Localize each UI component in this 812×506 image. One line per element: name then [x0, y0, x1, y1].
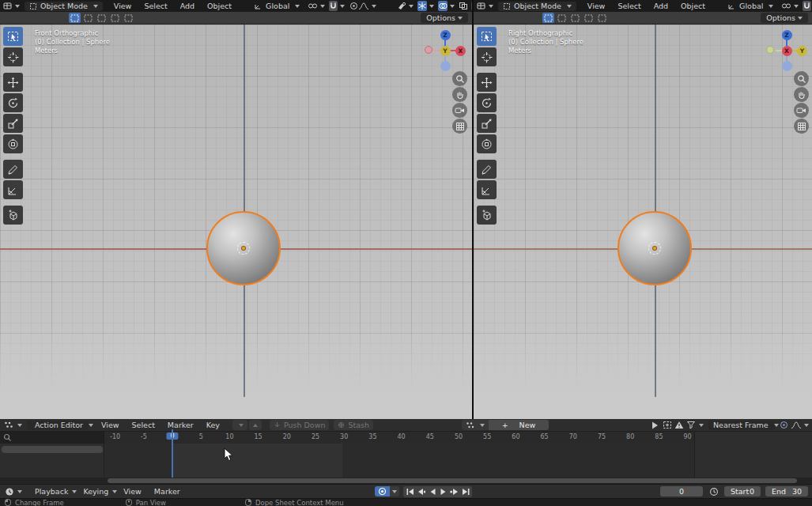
show-gizmo-toggle[interactable]	[417, 1, 427, 11]
ruler-tick[interactable]: -10	[110, 433, 120, 440]
camera-view-button[interactable]	[794, 103, 809, 118]
rotate-tool-button[interactable]	[3, 93, 23, 112]
dopesheet-mode-dropdown[interactable]: Action Editor	[27, 421, 89, 430]
menu-select[interactable]: Select	[138, 2, 173, 10]
editor-type-caret-icon[interactable]	[489, 5, 493, 8]
scale-tool-button[interactable]	[3, 114, 23, 133]
select-set-mode-button[interactable]	[542, 13, 554, 23]
action-browse-dropdown[interactable]	[462, 420, 489, 430]
horizontal-scrollbar-track[interactable]	[0, 478, 812, 484]
auto-keying-caret[interactable]	[390, 486, 399, 497]
jump-to-start-button[interactable]	[406, 487, 414, 497]
orientation-dropdown[interactable]: Global	[723, 2, 778, 11]
menu-object[interactable]: Object	[674, 2, 712, 10]
prev-keyframe-button[interactable]	[417, 487, 425, 497]
snap-magnet-toggle[interactable]	[803, 1, 811, 11]
horizontal-scrollbar-thumb[interactable]	[108, 478, 797, 483]
jump-to-end-button[interactable]	[461, 487, 470, 497]
ds-proportional-editing-icon[interactable]	[778, 420, 790, 430]
navigation-gizmo[interactable]: Z X Y	[425, 30, 466, 71]
gizmo-axis-y[interactable]: Y	[797, 46, 807, 56]
active-tool-caret-icon[interactable]	[409, 5, 414, 8]
ruler-tick[interactable]: 85	[655, 433, 663, 440]
zoom-view-button[interactable]	[794, 71, 809, 86]
playhead-line[interactable]	[172, 429, 173, 478]
camera-view-button[interactable]	[452, 103, 467, 118]
rotate-tool-button[interactable]	[477, 93, 497, 112]
ruler-tick[interactable]: 35	[368, 433, 376, 440]
timeline-ruler[interactable]: -10-505101520253035404550556065707580859…	[104, 432, 812, 444]
select-subtract-mode-button[interactable]	[96, 13, 108, 23]
show-gizmo-caret-icon[interactable]	[429, 5, 434, 8]
ruler-tick[interactable]: 25	[312, 433, 319, 440]
tl-menu-marker[interactable]: Marker	[148, 487, 187, 496]
zoom-view-button[interactable]	[452, 71, 467, 86]
ds-menu-marker[interactable]: Marker	[161, 421, 200, 429]
snap-target-caret-icon[interactable]	[340, 5, 345, 8]
select-invert-mode-button[interactable]	[583, 13, 595, 23]
navigation-gizmo[interactable]: Z Y X	[766, 30, 807, 71]
ds-menu-view[interactable]: View	[95, 421, 126, 429]
ruler-tick[interactable]: 60	[512, 433, 519, 440]
ruler-tick[interactable]: 5	[199, 433, 203, 440]
xray-toggle[interactable]	[459, 1, 468, 11]
snap-magnet-toggle[interactable]	[329, 1, 338, 11]
use-preview-range-clock-icon[interactable]	[708, 486, 719, 497]
ruler-tick[interactable]: 10	[225, 433, 233, 440]
proportional-falloff-icon[interactable]	[358, 1, 369, 11]
action-nav-up-button[interactable]	[249, 420, 262, 430]
select-box-tool-button[interactable]	[3, 27, 23, 46]
show-overlays-toggle[interactable]	[438, 1, 448, 11]
ruler-tick[interactable]: 70	[569, 433, 577, 440]
select-extend-mode-button[interactable]	[82, 13, 94, 23]
next-keyframe-button[interactable]	[450, 487, 459, 497]
filter-caret-icon[interactable]	[699, 424, 704, 427]
menu-view[interactable]: View	[581, 2, 612, 10]
snapping-caret-icon[interactable]	[320, 5, 325, 8]
cursor-tool-button[interactable]	[477, 47, 497, 66]
select-box-tool-button[interactable]	[477, 27, 497, 46]
measure-tool-button[interactable]	[477, 180, 497, 199]
gizmo-axis-z[interactable]: Z	[782, 30, 792, 40]
menu-playback[interactable]: Playback	[28, 487, 70, 496]
action-nav-down-button[interactable]	[232, 420, 247, 430]
push-down-button[interactable]: Push Down	[270, 420, 330, 430]
ds-falloff-caret-icon[interactable]	[804, 424, 809, 427]
select-intersect-mode-button[interactable]	[596, 13, 608, 23]
normalize-frame-icon[interactable]	[661, 420, 673, 430]
menu-view[interactable]: View	[108, 2, 138, 10]
gizmo-axis-z-neg[interactable]	[440, 61, 451, 71]
options-button[interactable]: Options	[761, 13, 808, 23]
viewport-canvas-front[interactable]: Front Orthographic (0) Collection | Sphe…	[0, 25, 472, 419]
editor-type-3dview-icon[interactable]	[477, 1, 486, 11]
channel-search-field[interactable]	[0, 432, 104, 444]
add-cube-tool-button[interactable]	[3, 206, 23, 225]
current-frame-field[interactable]: 0	[660, 486, 703, 497]
auto-keying-toggle[interactable]	[375, 486, 390, 497]
editor-type-timeline-icon[interactable]	[3, 486, 15, 497]
scale-tool-button[interactable]	[477, 114, 497, 133]
gizmo-axis-x-neg[interactable]	[425, 46, 432, 54]
select-extend-mode-button[interactable]	[556, 13, 568, 23]
start-frame-field[interactable]: Start 0	[724, 486, 761, 497]
snapping-caret-icon[interactable]	[794, 5, 799, 8]
select-subtract-mode-button[interactable]	[569, 13, 581, 23]
editor-type-caret-icon[interactable]	[17, 490, 22, 493]
gizmo-axis-y-center[interactable]: Y	[440, 46, 451, 56]
select-intersect-mode-button[interactable]	[123, 13, 134, 23]
ruler-tick[interactable]: 15	[255, 433, 262, 440]
perspective-toggle-button[interactable]	[452, 119, 467, 134]
cursor-tool-button[interactable]	[3, 47, 23, 66]
show-errors-warning-icon[interactable]	[673, 420, 685, 430]
snapping-pair-icon[interactable]	[781, 1, 791, 11]
filter-funnel-icon[interactable]	[685, 420, 697, 430]
annotate-tool-button[interactable]	[3, 160, 23, 179]
pan-view-button[interactable]	[794, 87, 809, 102]
annotate-tool-button[interactable]	[477, 160, 497, 179]
ruler-tick[interactable]: 90	[684, 433, 692, 440]
show-overlays-caret-icon[interactable]	[450, 5, 455, 8]
menu-add[interactable]: Add	[648, 2, 674, 10]
ds-menu-select[interactable]: Select	[126, 421, 161, 429]
play-reverse-button[interactable]	[428, 487, 436, 497]
new-action-button[interactable]: + New	[489, 420, 549, 430]
